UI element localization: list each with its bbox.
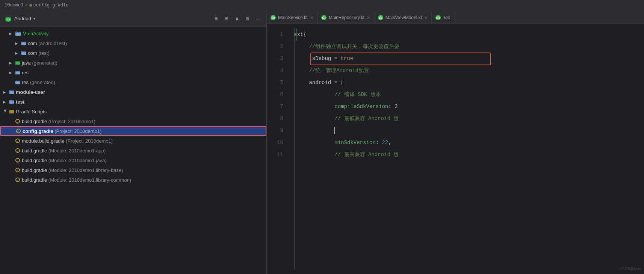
folder-icon (9, 89, 14, 95)
gradle-file-icon: g (15, 119, 20, 124)
code-line-9 (294, 125, 638, 137)
chevron-icon: ▶ (3, 100, 8, 104)
tree-item-build-gradle-library-base[interactable]: ▶ g build.gradle (Module: 2010demo1.libr… (0, 165, 266, 175)
tree-item-java-generated[interactable]: ▶ java (generated) (0, 58, 266, 68)
chevron-icon: ▶ (3, 90, 8, 94)
tab-tes[interactable]: Tes (432, 12, 454, 24)
locate-icon[interactable]: ⊕ (212, 15, 220, 23)
code-line-3: isDebug = true (294, 53, 638, 65)
chevron-open-icon: ▶ (3, 109, 8, 114)
left-panel: Android ▾ ⊕ ≡ ⇅ ⚙ — ▶ MainActivity ▶ com… (0, 11, 267, 274)
svg-text:g: g (17, 169, 18, 172)
tree-label: com (test) (28, 50, 50, 56)
tree-item-build-gradle-java[interactable]: ▶ g build.gradle (Module: 2010demo1.java… (0, 155, 266, 165)
chevron-icon: ▶ (15, 51, 20, 55)
hide-icon[interactable]: — (254, 15, 262, 23)
tree-label-res: res (22, 70, 29, 75)
file-tree: ▶ MainActivity ▶ com (androidTest) ▶ com… (0, 27, 266, 274)
code-content[interactable]: ext{ //组件独立调试开关，每次更改值后要 isDebug = true /… (288, 24, 644, 274)
folder-icon (15, 80, 20, 85)
svg-text:g: g (17, 160, 18, 162)
tree-item-test[interactable]: ▶ test (0, 97, 266, 107)
line-num-10: 10 (267, 137, 283, 149)
gradle-file-icon: g (15, 177, 20, 182)
tree-item-config-gradle[interactable]: ▶ g config.gradle (Project: 2010demo1) (0, 126, 266, 136)
main-layout: Android ▾ ⊕ ≡ ⇅ ⚙ — ▶ MainActivity ▶ com… (0, 11, 644, 274)
tree-item-build-gradle-project[interactable]: ▶ g build.gradle (Project: 2010demo1) (0, 116, 266, 126)
line-num-8: 8 (267, 113, 283, 125)
tree-item-module-user[interactable]: ▶ module-user (0, 87, 266, 97)
tree-label: java (generated) (22, 60, 57, 66)
line-num-3: 3 (267, 53, 283, 65)
android-icon (5, 15, 12, 23)
tab-close-icon[interactable]: ✕ (424, 15, 428, 20)
android-label: Android (14, 16, 31, 21)
code-line-8: // 最低兼容 Android 版 (294, 113, 638, 125)
tree-label: com (androidTest) (28, 41, 67, 46)
tree-item-com-androidtest[interactable]: ▶ com (androidTest) (0, 38, 266, 48)
toolbar: Android ▾ ⊕ ≡ ⇅ ⚙ — (0, 11, 266, 27)
gradle-file-icon: g (15, 158, 20, 163)
folder-icon (15, 30, 21, 36)
tree-label: build.gradle (Module: 2010demo1.app) (22, 148, 106, 154)
tree-item-gradle-scripts[interactable]: ▶ Gradle Scripts (0, 107, 266, 116)
tab-icon-tes (435, 15, 441, 20)
line-numbers: 1 2 3 4 5 6 7 8 9 10 11 (267, 24, 288, 274)
sort-icon[interactable]: ≡ (223, 15, 230, 23)
line-num-5: 5 (267, 77, 283, 89)
tree-item-build-gradle-app[interactable]: ▶ g build.gradle (Module: 2010demo1.app) (0, 146, 266, 155)
code-line-2: //组件独立调试开关，每次更改值后要 (294, 41, 638, 53)
breadcrumb-icon: ⚙ (29, 3, 32, 8)
tab-label-main-repository: MainRepository.kt (329, 15, 364, 20)
tab-main-service[interactable]: MainService.kt ✕ (267, 12, 317, 24)
tree-label: build.gradle (Module: 2010demo1.library-… (22, 167, 123, 173)
svg-text:g: g (17, 140, 18, 143)
tree-label: res (generated) (22, 80, 55, 85)
right-panel: MainService.kt ✕ MainRepository.kt ✕ Mai… (267, 11, 644, 274)
tree-label-gradle-scripts: Gradle Scripts (16, 109, 47, 114)
editor-tabs: MainService.kt ✕ MainRepository.kt ✕ Mai… (267, 11, 644, 24)
code-line-1: ext{ (294, 29, 638, 41)
editor-area: 1 2 3 4 5 6 7 8 9 10 11 (267, 24, 644, 274)
folder-icon (15, 70, 20, 75)
tree-label: build.gradle (Project: 2010demo1) (22, 119, 95, 124)
tree-item-build-gradle-library-common[interactable]: ▶ g build.gradle (Module: 2010demo1.libr… (0, 175, 266, 185)
folder-special-icon (15, 60, 20, 65)
line-num-4: 4 (267, 65, 283, 77)
gradle-file-icon: g (15, 148, 20, 153)
tab-icon-main-viewmodel (378, 15, 383, 20)
tree-item-module-build-gradle[interactable]: ▶ g module.build.gradle (Project: 2010de… (0, 136, 266, 146)
line-num-9: 9 (267, 125, 283, 137)
code-line-7: compileSdkVersion: 3 (294, 101, 638, 113)
breadcrumb-project: 10demo1 (5, 3, 23, 8)
gutter-line (294, 29, 295, 269)
code-line-11: // 最高兼容 Android 版 (294, 149, 638, 161)
tree-item-com-test[interactable]: ▶ com (test) (0, 48, 266, 58)
chevron-icon: ▶ (9, 61, 14, 65)
svg-text:g: g (17, 179, 18, 182)
tab-icon-main-service (271, 15, 276, 20)
code-line-5: android = [ (294, 77, 638, 89)
tab-label-main-viewmodel: MainViewModel.kt (385, 15, 422, 20)
tab-close-icon[interactable]: ✕ (367, 15, 370, 20)
tab-icon-main-repository (321, 15, 327, 20)
tree-item-main-activity[interactable]: ▶ MainActivity (0, 29, 266, 38)
tree-item-res[interactable]: ▶ res (0, 68, 266, 77)
tree-label: module.build.gradle (Project: 2010demo1) (22, 138, 113, 144)
tab-main-repository[interactable]: MainRepository.kt ✕ (317, 12, 374, 24)
gradle-file-icon: g (16, 128, 21, 134)
settings-icon[interactable]: ⚙ (244, 15, 251, 23)
tree-item-res-generated[interactable]: ▶ res (generated) (0, 77, 266, 87)
android-selector[interactable]: Android ▾ (5, 15, 35, 23)
tab-main-viewmodel[interactable]: MainViewModel.kt ✕ (374, 12, 432, 24)
svg-line-4 (6, 17, 7, 18)
tree-label-config-gradle: config.gradle (Project: 2010demo1) (23, 128, 101, 134)
line-num-2: 2 (267, 41, 283, 53)
line-num-6: 6 (267, 89, 283, 101)
tab-close-icon[interactable]: ✕ (310, 15, 313, 20)
breadcrumb-sep1: > (25, 3, 27, 8)
svg-rect-1 (6, 19, 11, 21)
tree-label: build.gradle (Module: 2010demo1.library-… (22, 177, 131, 183)
filter-icon[interactable]: ⇅ (233, 15, 241, 23)
svg-text:g: g (17, 120, 18, 123)
